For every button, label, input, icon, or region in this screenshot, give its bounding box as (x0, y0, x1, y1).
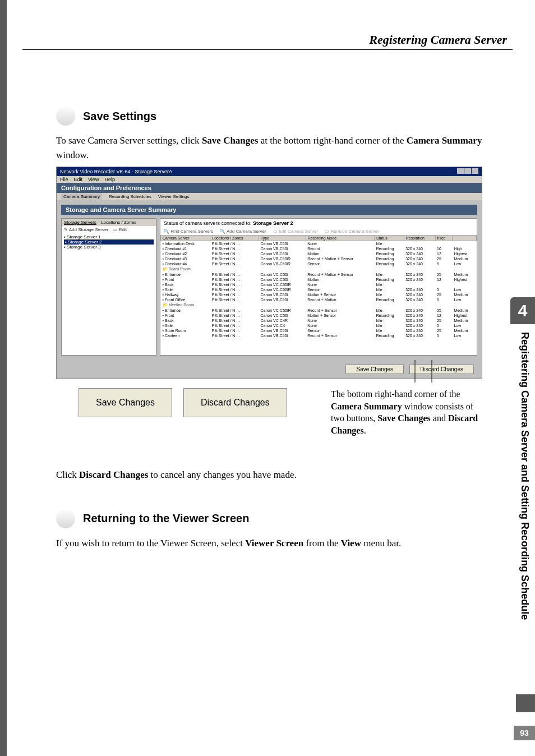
txt-bold: Discard Changes (79, 469, 148, 480)
column-header[interactable]: Resolution (404, 236, 435, 241)
page-header-title: Registering Camera Server (369, 33, 507, 47)
txt: from the (303, 538, 341, 548)
screenshot-camera-summary: Network Video Recorder VK-64 - Storage S… (56, 167, 482, 379)
config-header: Configuration and Preferences (57, 183, 482, 193)
toolbar-remove-camera-server: ▭ Remove Camera Server (325, 229, 379, 234)
table-row[interactable]: ▪ Front OfficePitt Street / N …Canon VB-… (161, 297, 477, 302)
left-tabs[interactable]: Storage Servers Locations / Zones (62, 219, 156, 226)
storage-server-item[interactable]: ▪ Storage Server 1 (64, 234, 154, 239)
table-row[interactable]: ▪ Checkout #3Pitt Street / N …Canon VB-C… (161, 256, 477, 261)
side-chapter-title: Registering Camera Server and Setting Re… (515, 332, 531, 691)
txt-bold: Save Changes (377, 413, 431, 423)
minimize-icon[interactable] (457, 168, 464, 174)
side-bar-marker (516, 694, 535, 712)
label: Edit (119, 227, 127, 232)
txt: To save Camera Server settings, click (56, 135, 202, 146)
table-row[interactable]: ▪ Checkout #1Pitt Street / N …Canon VB-C… (161, 246, 477, 251)
txt: to cancel any changes you have made. (148, 469, 296, 480)
enlarged-save-changes-button[interactable]: Save Changes (79, 388, 172, 417)
column-header[interactable] (452, 236, 476, 241)
tab-storage-servers[interactable]: Storage Servers (64, 220, 96, 225)
column-header[interactable]: Type (259, 236, 306, 241)
column-header[interactable]: Locations / Zones (210, 236, 259, 241)
config-subtabs[interactable]: Camera SummaryRecording SchedulesViewer … (57, 193, 482, 200)
chapter-tab: 4 (510, 297, 535, 324)
subtab-recording-schedules[interactable]: Recording Schedules (109, 194, 151, 199)
bullet-icon (56, 107, 75, 126)
window-controls[interactable] (456, 168, 478, 175)
table-row[interactable]: ▪ EntrancePitt Street / N …Canon VC-C50i… (161, 308, 477, 313)
txt: Status of camera servers connected to: (164, 220, 253, 226)
column-header[interactable]: Camera Server (161, 236, 210, 241)
table-row[interactable]: 📁 Board Room (161, 266, 477, 272)
window-title: Network Video Recorder VK-64 - Storage S… (60, 169, 172, 174)
table-row[interactable]: 📁 Meeting Room (161, 302, 477, 308)
left-panel: Storage Servers Locations / Zones ✎ Add … (61, 218, 156, 356)
table-row[interactable]: ▪ BackPitt Street / N …Canon VC-C50iRNon… (161, 282, 477, 287)
txt: menu bar. (361, 538, 401, 548)
right-toolbar: 🔍 Find Camera Servers🔍 Add Camera Server… (160, 228, 477, 235)
subtab-viewer-settings[interactable]: Viewer Settings (158, 194, 189, 199)
table-row[interactable]: ▪ FrontPitt Street / N …Canon VC-C50iMot… (161, 313, 477, 318)
menubar[interactable]: FileEditViewHelp (57, 176, 482, 183)
window-titlebar: Network Video Recorder VK-64 - Storage S… (57, 167, 482, 176)
toolbar-find-camera-servers[interactable]: 🔍 Find Camera Servers (164, 229, 213, 234)
status-line: Status of camera servers connected to: S… (160, 219, 477, 228)
toolbar-add-camera-server[interactable]: 🔍 Add Camera Server (220, 229, 266, 234)
add-storage-server-button[interactable]: ✎ Add Storage Server (64, 227, 108, 232)
bullet-icon (56, 509, 75, 528)
table-row[interactable]: ▪ Checkout #4Pitt Street / N …Canon VB-C… (161, 261, 477, 266)
txt-bold: Camera Summary (331, 402, 402, 411)
table-row[interactable]: ▪ BackPitt Street / N …Canon VC-C4RNoneI… (161, 318, 477, 323)
table-row[interactable]: ▪ CanteenPitt Street / N …Canon VB-C50iR… (161, 333, 477, 338)
txt-bold: Camera Summary (407, 135, 482, 146)
para-discard-changes: Click Discard Changes to cancel any chan… (56, 468, 482, 482)
storage-server-item[interactable]: ▪ Storage Server 3 (64, 245, 154, 250)
txt-bold: Save Changes (202, 135, 259, 146)
tab-locations-zones[interactable]: Locations / Zones (101, 220, 136, 225)
txt: at the bottom right-hand corner of the (258, 135, 406, 146)
enlarged-discard-changes-button[interactable]: Discard Changes (183, 388, 287, 417)
section-heading-return-viewer: Returning to the Viewer Screen (83, 512, 249, 525)
close-icon[interactable] (472, 168, 478, 174)
table-row[interactable]: ▪ SidePitt Street / N …Canon VC-C50iRSen… (161, 287, 477, 292)
page-number: 93 (514, 726, 535, 740)
menu-file[interactable]: File (60, 177, 68, 182)
table-row[interactable]: ▪ EntrancePitt Street / N …Canon VC-C50i… (161, 272, 477, 277)
camera-table: Camera ServerLocations / ZonesTypeRecord… (160, 235, 477, 338)
txt: window. (56, 150, 89, 160)
txt: If you wish to return to the Viewer Scre… (56, 538, 245, 548)
column-header[interactable]: f/sec (435, 236, 452, 241)
column-header[interactable]: Status (374, 236, 404, 241)
table-row[interactable]: ▪ HallwayPitt Street / N …Canon VB-C50iM… (161, 292, 477, 297)
table-row[interactable]: ▪ SidePitt Street / N …Canon VC-C4NoneId… (161, 323, 477, 328)
storage-server-list[interactable]: ▪ Storage Server 1▪ Storage Server 2▪ St… (62, 233, 156, 251)
left-toolbar: ✎ Add Storage Server ▭ Edit (62, 226, 156, 233)
storage-server-item[interactable]: ▪ Storage Server 2 (64, 239, 154, 245)
label: Add Storage Server (69, 227, 108, 232)
menu-help[interactable]: Help (104, 177, 115, 182)
txt-bold: View (341, 538, 361, 548)
menu-view[interactable]: View (88, 177, 99, 182)
edit-storage-server-button[interactable]: ▭ Edit (113, 227, 127, 232)
maximize-icon[interactable] (464, 168, 471, 174)
txt: and (431, 413, 448, 423)
column-header[interactable]: Recording Mode (306, 236, 374, 241)
table-row[interactable]: ▪ FrontPitt Street / N …Canon VC-C50iMot… (161, 277, 477, 282)
subtab-camera-summary[interactable]: Camera Summary (61, 193, 102, 200)
txt: . (364, 426, 366, 435)
right-panel: Status of camera servers connected to: S… (160, 218, 477, 356)
callout-arrow-icon (365, 360, 454, 399)
header-rule (22, 49, 513, 50)
para-return-viewer: If you wish to return to the Viewer Scre… (56, 536, 482, 551)
menu-edit[interactable]: Edit (74, 177, 83, 182)
para-save-settings: To save Camera Server settings, click Sa… (56, 133, 482, 162)
left-margin-bar (0, 0, 7, 756)
txt-bold: Viewer Screen (245, 538, 303, 548)
panel-header: Storage and Camera Server Summary (61, 205, 477, 215)
table-row[interactable]: ▪ Checkout #2Pitt Street / N …Canon VB-C… (161, 251, 477, 256)
txt: Click (56, 469, 79, 480)
table-row[interactable]: ▪ Store RoomPitt Street / N …Canon VB-C5… (161, 328, 477, 333)
table-row[interactable]: ▪ Information DeskPitt Street / N …Canon… (161, 241, 477, 247)
txt-bold: Storage Server 2 (253, 220, 293, 226)
